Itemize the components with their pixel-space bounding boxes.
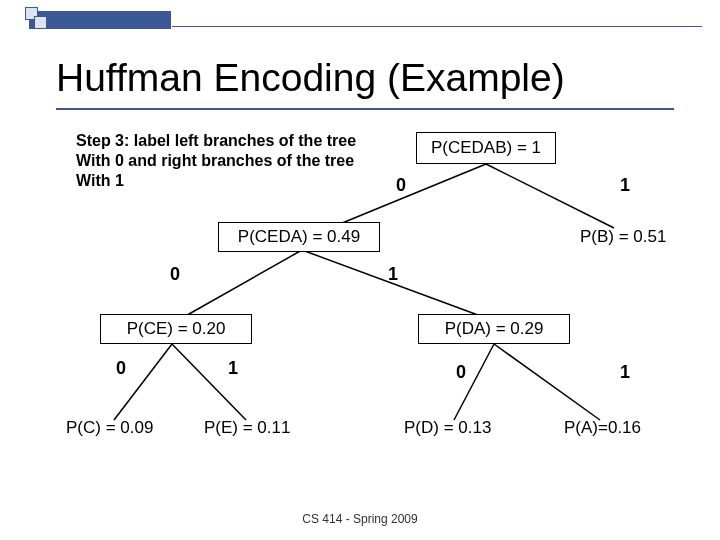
edge-label-ceda-right: 1 [388, 264, 398, 285]
tree-leaf-a: P(A)=0.16 [564, 418, 641, 438]
tree-leaf-b: P(B) = 0.51 [580, 227, 666, 247]
header-accent-square [34, 16, 47, 29]
tree-node-ce: P(CE) = 0.20 [100, 314, 252, 344]
header-accent-bar [29, 11, 171, 29]
svg-line-4 [114, 344, 172, 420]
tree-leaf-c: P(C) = 0.09 [66, 418, 153, 438]
tree-node-da: P(DA) = 0.29 [418, 314, 570, 344]
svg-line-5 [172, 344, 246, 420]
edge-label-ceda-left: 0 [170, 264, 180, 285]
tree-node-ceda: P(CEDA) = 0.49 [218, 222, 380, 252]
slide-footer: CS 414 - Spring 2009 [302, 512, 417, 526]
svg-line-2 [182, 250, 302, 318]
slide-title: Huffman Encoding (Example) [56, 56, 565, 100]
edge-label-da-left: 0 [456, 362, 466, 383]
tree-leaf-d: P(D) = 0.13 [404, 418, 491, 438]
step-description: Step 3: label left branches of the treeW… [76, 131, 356, 191]
title-underline [56, 108, 674, 110]
edge-label-ce-left: 0 [116, 358, 126, 379]
edge-label-root-right: 1 [620, 175, 630, 196]
svg-line-1 [486, 164, 614, 228]
tree-leaf-e: P(E) = 0.11 [204, 418, 290, 438]
edge-label-ce-right: 1 [228, 358, 238, 379]
svg-line-7 [494, 344, 600, 420]
edge-label-root-left: 0 [396, 175, 406, 196]
edge-label-da-right: 1 [620, 362, 630, 383]
header-rule [172, 26, 702, 27]
tree-node-root: P(CEDAB) = 1 [416, 132, 556, 164]
